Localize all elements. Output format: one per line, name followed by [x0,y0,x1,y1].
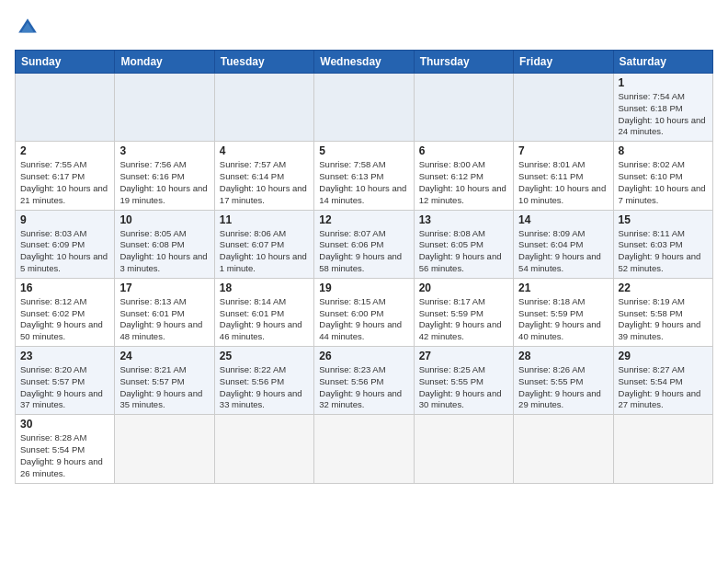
day-info: Sunrise: 8:15 AM Sunset: 6:00 PM Dayligh… [319,296,408,343]
calendar-cell: 18Sunrise: 8:14 AM Sunset: 6:01 PM Dayli… [214,278,313,346]
calendar-cell [16,74,115,142]
day-number: 23 [20,350,109,362]
day-info: Sunrise: 7:57 AM Sunset: 6:14 PM Dayligh… [220,159,309,206]
logo [15,15,44,40]
day-info: Sunrise: 8:22 AM Sunset: 5:56 PM Dayligh… [220,364,309,411]
calendar-cell: 20Sunrise: 8:17 AM Sunset: 5:59 PM Dayli… [414,278,513,346]
calendar-cell: 21Sunrise: 8:18 AM Sunset: 5:59 PM Dayli… [514,278,613,346]
day-number: 29 [619,350,708,362]
day-number: 8 [619,144,708,157]
day-number: 26 [319,350,408,362]
day-info: Sunrise: 8:13 AM Sunset: 6:01 PM Dayligh… [119,296,209,343]
day-number: 2 [20,144,109,157]
day-info: Sunrise: 8:00 AM Sunset: 6:12 PM Dayligh… [419,159,508,206]
calendar-cell: 13Sunrise: 8:08 AM Sunset: 6:05 PM Dayli… [414,210,513,278]
calendar-week-3: 16Sunrise: 8:12 AM Sunset: 6:02 PM Dayli… [16,278,713,346]
calendar-cell [414,74,513,142]
day-info: Sunrise: 8:17 AM Sunset: 5:59 PM Dayligh… [419,296,508,343]
col-header-friday: Friday [514,51,613,74]
col-header-monday: Monday [115,51,214,74]
calendar-week-2: 9Sunrise: 8:03 AM Sunset: 6:09 PM Daylig… [16,210,713,278]
day-info: Sunrise: 8:11 AM Sunset: 6:03 PM Dayligh… [619,228,708,275]
day-number: 4 [220,144,309,157]
col-header-saturday: Saturday [613,51,712,74]
day-number: 17 [119,282,209,294]
page: SundayMondayTuesdayWednesdayThursdayFrid… [0,0,728,563]
calendar-cell: 5Sunrise: 7:58 AM Sunset: 6:13 PM Daylig… [314,142,414,210]
col-header-tuesday: Tuesday [214,51,313,74]
calendar-cell: 15Sunrise: 8:11 AM Sunset: 6:03 PM Dayli… [613,210,712,278]
col-header-sunday: Sunday [16,51,115,74]
day-info: Sunrise: 8:06 AM Sunset: 6:07 PM Dayligh… [220,228,309,275]
day-info: Sunrise: 8:18 AM Sunset: 5:59 PM Dayligh… [518,296,608,343]
day-info: Sunrise: 8:19 AM Sunset: 5:58 PM Dayligh… [619,296,708,343]
calendar-cell [613,415,712,483]
day-info: Sunrise: 8:09 AM Sunset: 6:04 PM Dayligh… [518,228,608,275]
day-info: Sunrise: 8:05 AM Sunset: 6:08 PM Dayligh… [119,228,209,275]
calendar-cell: 17Sunrise: 8:13 AM Sunset: 6:01 PM Dayli… [115,278,214,346]
day-info: Sunrise: 8:07 AM Sunset: 6:06 PM Dayligh… [319,228,408,275]
day-info: Sunrise: 7:58 AM Sunset: 6:13 PM Dayligh… [319,159,408,206]
day-number: 10 [119,213,209,226]
day-number: 1 [619,76,708,89]
header [15,15,713,40]
calendar-cell [115,74,214,142]
day-number: 21 [518,282,608,294]
calendar-table: SundayMondayTuesdayWednesdayThursdayFrid… [15,50,713,484]
calendar-week-5: 30Sunrise: 8:28 AM Sunset: 5:54 PM Dayli… [16,415,713,483]
calendar-cell: 2Sunrise: 7:55 AM Sunset: 6:17 PM Daylig… [16,142,115,210]
day-number: 20 [419,282,508,294]
calendar-cell: 14Sunrise: 8:09 AM Sunset: 6:04 PM Dayli… [514,210,613,278]
logo-icon [15,15,40,40]
day-number: 14 [518,213,608,226]
calendar-cell: 8Sunrise: 8:02 AM Sunset: 6:10 PM Daylig… [613,142,712,210]
calendar-cell: 28Sunrise: 8:26 AM Sunset: 5:55 PM Dayli… [514,347,613,415]
calendar-cell [214,415,313,483]
day-info: Sunrise: 8:27 AM Sunset: 5:54 PM Dayligh… [619,364,708,411]
day-number: 28 [518,350,608,362]
day-number: 16 [20,282,109,294]
calendar-cell [314,415,414,483]
day-number: 30 [20,418,109,431]
day-info: Sunrise: 8:08 AM Sunset: 6:05 PM Dayligh… [419,228,508,275]
day-info: Sunrise: 8:25 AM Sunset: 5:55 PM Dayligh… [419,364,508,411]
calendar-cell: 3Sunrise: 7:56 AM Sunset: 6:16 PM Daylig… [115,142,214,210]
calendar-week-0: 1Sunrise: 7:54 AM Sunset: 6:18 PM Daylig… [16,74,713,142]
day-info: Sunrise: 8:02 AM Sunset: 6:10 PM Dayligh… [619,159,708,206]
day-number: 18 [220,282,309,294]
calendar-cell: 9Sunrise: 8:03 AM Sunset: 6:09 PM Daylig… [16,210,115,278]
calendar-cell: 4Sunrise: 7:57 AM Sunset: 6:14 PM Daylig… [214,142,313,210]
day-number: 11 [220,213,309,226]
calendar-cell: 27Sunrise: 8:25 AM Sunset: 5:55 PM Dayli… [414,347,513,415]
day-info: Sunrise: 8:20 AM Sunset: 5:57 PM Dayligh… [20,364,109,411]
calendar-cell [314,74,414,142]
calendar-week-1: 2Sunrise: 7:55 AM Sunset: 6:17 PM Daylig… [16,142,713,210]
day-number: 25 [220,350,309,362]
day-number: 12 [319,213,408,226]
col-header-thursday: Thursday [414,51,513,74]
calendar-cell [214,74,313,142]
calendar-cell: 1Sunrise: 7:54 AM Sunset: 6:18 PM Daylig… [613,74,712,142]
day-info: Sunrise: 8:26 AM Sunset: 5:55 PM Dayligh… [518,364,608,411]
calendar-cell [115,415,214,483]
calendar-cell: 19Sunrise: 8:15 AM Sunset: 6:00 PM Dayli… [314,278,414,346]
day-number: 22 [619,282,708,294]
day-info: Sunrise: 8:21 AM Sunset: 5:57 PM Dayligh… [119,364,209,411]
calendar-cell: 25Sunrise: 8:22 AM Sunset: 5:56 PM Dayli… [214,347,313,415]
day-info: Sunrise: 7:55 AM Sunset: 6:17 PM Dayligh… [20,159,109,206]
day-number: 24 [119,350,209,362]
day-info: Sunrise: 8:12 AM Sunset: 6:02 PM Dayligh… [20,296,109,343]
col-header-wednesday: Wednesday [314,51,414,74]
day-info: Sunrise: 8:03 AM Sunset: 6:09 PM Dayligh… [20,228,109,275]
calendar-cell: 24Sunrise: 8:21 AM Sunset: 5:57 PM Dayli… [115,347,214,415]
day-number: 27 [419,350,508,362]
calendar-cell: 7Sunrise: 8:01 AM Sunset: 6:11 PM Daylig… [514,142,613,210]
calendar-cell: 30Sunrise: 8:28 AM Sunset: 5:54 PM Dayli… [16,415,115,483]
calendar-cell: 12Sunrise: 8:07 AM Sunset: 6:06 PM Dayli… [314,210,414,278]
calendar-cell: 23Sunrise: 8:20 AM Sunset: 5:57 PM Dayli… [16,347,115,415]
day-info: Sunrise: 7:54 AM Sunset: 6:18 PM Dayligh… [619,91,708,138]
day-number: 7 [518,144,608,157]
calendar-cell: 26Sunrise: 8:23 AM Sunset: 5:56 PM Dayli… [314,347,414,415]
calendar-cell [414,415,513,483]
day-info: Sunrise: 8:14 AM Sunset: 6:01 PM Dayligh… [220,296,309,343]
